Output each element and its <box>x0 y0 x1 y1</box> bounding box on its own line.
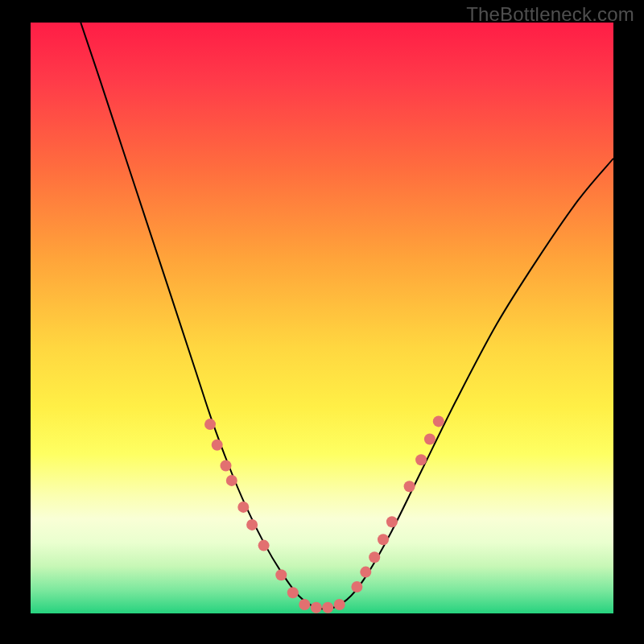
chart-frame: TheBottleneck.com <box>0 0 644 644</box>
bottleneck-curve <box>80 23 613 609</box>
marker-dot <box>287 587 299 598</box>
marker-dot <box>237 502 249 513</box>
marker-dot <box>258 540 270 551</box>
marker-dot <box>334 599 345 610</box>
marker-dot <box>360 567 371 578</box>
marker-dot <box>221 460 232 472</box>
plot-area <box>31 23 613 613</box>
marker-dot <box>369 551 380 563</box>
marker-dot <box>226 475 237 486</box>
marker-dot <box>378 534 389 545</box>
curve-svg <box>31 23 613 613</box>
marker-dot <box>299 599 310 610</box>
marker-dot <box>415 454 427 465</box>
marker-dot <box>311 602 322 613</box>
marker-dot <box>322 602 333 613</box>
marker-dot <box>404 481 415 492</box>
watermark-text: TheBottleneck.com <box>466 3 634 26</box>
marker-dot <box>246 519 258 530</box>
marker-dot <box>424 434 436 445</box>
marker-dot <box>351 581 362 592</box>
marker-dot <box>204 419 216 430</box>
marker-dot <box>433 415 444 427</box>
marker-dot <box>212 440 223 451</box>
marker-dots-group <box>204 415 444 613</box>
marker-dot <box>386 516 398 527</box>
marker-dot <box>275 569 287 580</box>
